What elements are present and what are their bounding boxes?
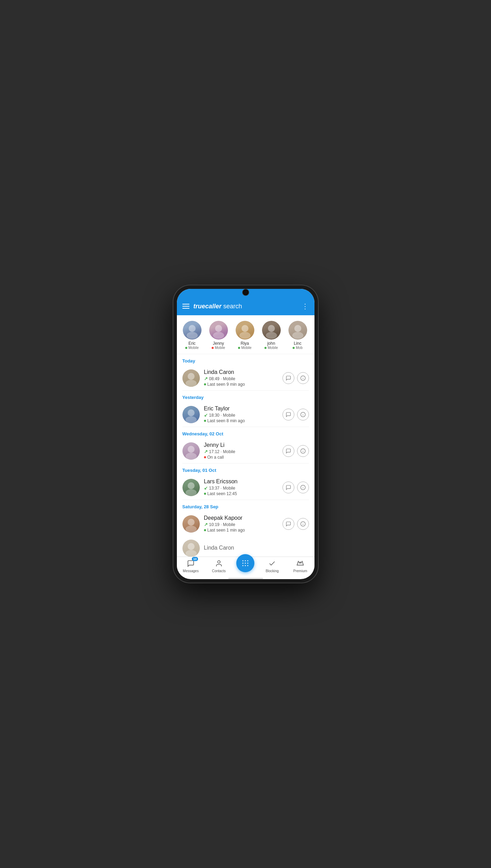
avatar-linda-2	[182, 540, 200, 557]
call-info-linda-2: Linda Caron	[204, 545, 309, 552]
caller-name-linda: Linda Caron	[204, 369, 278, 375]
phone-screen: truecaller search ⋮	[177, 289, 314, 579]
nav-contacts[interactable]: Contacts	[208, 559, 229, 573]
avatar-riya	[236, 321, 254, 340]
status-dot-jenny-call	[204, 456, 206, 458]
recent-name-john: john	[267, 341, 275, 346]
status-dot-eric	[185, 347, 187, 349]
call-time-deepak: 10:19 · Mobile	[209, 522, 235, 527]
chat-button-lars[interactable]	[283, 482, 294, 493]
messages-icon: 10	[186, 559, 195, 568]
status-label-eric: Mobile	[188, 346, 198, 350]
call-item-linda-caron-2[interactable]: Linda Caron	[177, 536, 314, 557]
recent-name-linc: Linc	[294, 341, 301, 346]
svg-point-1	[187, 332, 198, 339]
call-item-lars-ericsson[interactable]: Lars Ericsson ↙ 13:37 · Mobile Last seen…	[177, 475, 314, 500]
call-meta-deepak: ↗ 10:19 · Mobile	[204, 522, 278, 527]
avatar-eric-taylor	[182, 406, 200, 423]
recent-name-riya: Riya	[240, 341, 249, 346]
recent-status-john: Mobile	[264, 346, 278, 350]
nav-blocking[interactable]: Blocking	[262, 559, 283, 573]
recent-contact-linc[interactable]: Linc Mob	[285, 321, 310, 350]
section-wednesday: Wednesday, 02 Oct	[177, 427, 314, 439]
svg-point-16	[186, 416, 197, 423]
call-time-lars: 13:37 · Mobile	[209, 486, 235, 491]
blocking-icon	[268, 559, 277, 568]
brand-title: truecaller search	[194, 303, 242, 310]
nav-messages[interactable]: 10 Messages	[180, 559, 201, 573]
call-item-eric-taylor[interactable]: Eric Taylor ↙ 18:30 · Mobile Last seen 8…	[177, 402, 314, 427]
recent-contact-eric[interactable]: Eric Mobile	[180, 321, 205, 350]
svg-point-45	[245, 565, 246, 566]
more-options-button[interactable]: ⋮	[302, 302, 309, 310]
svg-point-44	[243, 565, 244, 566]
menu-button[interactable]	[182, 304, 189, 309]
svg-point-41	[243, 563, 244, 564]
svg-point-42	[245, 563, 246, 564]
app-header: truecaller search ⋮	[177, 299, 314, 315]
status-label-linc: Mob	[296, 346, 302, 350]
header-left: truecaller search	[182, 303, 242, 310]
caller-name-linda-2: Linda Caron	[204, 545, 309, 551]
recent-contact-john[interactable]: john Mobile	[259, 321, 284, 350]
call-info-deepak: Deepak Kapoor ↗ 10:19 · Mobile Last seen…	[204, 515, 278, 533]
call-info-eric-taylor: Eric Taylor ↙ 18:30 · Mobile Last seen 8…	[204, 406, 278, 423]
call-info-linda-caron: Linda Caron ↗ 08:49 · Mobile Last seen 9…	[204, 369, 278, 387]
svg-point-15	[188, 409, 195, 416]
svg-point-39	[245, 560, 246, 561]
info-button-lars[interactable]	[297, 482, 309, 493]
phone-frame: truecaller search ⋮	[173, 285, 319, 583]
avatar-john	[262, 321, 281, 340]
nav-contacts-label: Contacts	[212, 569, 226, 573]
camera-notch	[243, 290, 248, 295]
avatar-jenny-li	[182, 442, 200, 460]
nav-premium[interactable]: Premium	[290, 559, 311, 573]
avatar-lars-ericsson	[182, 479, 200, 496]
info-button-deepak[interactable]	[297, 518, 309, 530]
svg-point-9	[292, 332, 303, 339]
svg-point-25	[188, 482, 195, 489]
call-item-deepak-kapoor[interactable]: Deepak Kapoor ↗ 10:19 · Mobile Last seen…	[177, 511, 314, 536]
chat-button-eric[interactable]	[283, 409, 294, 420]
call-item-linda-caron[interactable]: Linda Caron ↗ 08:49 · Mobile Last seen 9…	[177, 366, 314, 390]
contacts-icon	[214, 559, 223, 568]
info-button-eric[interactable]	[297, 409, 309, 420]
caller-name-deepak: Deepak Kapoor	[204, 515, 278, 521]
brand-name: truecaller	[194, 303, 222, 310]
call-time-linda: 08:49 · Mobile	[209, 376, 235, 381]
svg-point-6	[268, 325, 275, 332]
avatar-linda-caron	[182, 369, 200, 387]
call-arrow-jenny: ↗	[204, 449, 208, 454]
call-status-eric: Last seen 8 min ago	[204, 418, 278, 423]
call-status-text-eric: Last seen 8 min ago	[207, 418, 245, 423]
chat-button-linda[interactable]	[283, 372, 294, 384]
chat-button-jenny[interactable]	[283, 445, 294, 457]
svg-point-21	[186, 453, 197, 460]
call-meta-lars: ↙ 13:37 · Mobile	[204, 485, 278, 491]
call-actions-deepak	[283, 518, 309, 530]
recent-contact-riya[interactable]: Riya Mobile	[232, 321, 257, 350]
nav-premium-label: Premium	[293, 569, 307, 573]
linc-avatar-img	[288, 321, 307, 340]
svg-point-0	[189, 325, 196, 332]
recent-name-jenny: Jenny	[213, 341, 224, 346]
info-button-jenny[interactable]	[297, 445, 309, 457]
call-meta-jenny: ↗ 17:12 · Mobile	[204, 449, 278, 454]
chat-button-deepak[interactable]	[283, 518, 294, 530]
bottom-navigation: 10 Messages Contacts	[177, 557, 314, 576]
call-status-jenny: On a call	[204, 455, 278, 460]
call-actions-lars	[283, 482, 309, 493]
call-arrow-lars: ↙	[204, 485, 208, 491]
svg-point-4	[242, 325, 248, 332]
recent-contact-jenny[interactable]: Jenny Mobile	[206, 321, 231, 350]
nav-dialpad-fab[interactable]	[236, 554, 254, 572]
svg-point-40	[247, 560, 248, 561]
call-meta-linda: ↗ 08:49 · Mobile	[204, 376, 278, 381]
info-button-linda[interactable]	[297, 372, 309, 384]
call-item-jenny-li[interactable]: Jenny Li ↗ 17:12 · Mobile On a call	[177, 439, 314, 463]
avatar-deepak	[182, 515, 200, 533]
section-today: Today	[177, 354, 314, 366]
svg-point-10	[188, 373, 195, 380]
svg-point-36	[186, 550, 197, 557]
svg-point-35	[188, 543, 195, 550]
